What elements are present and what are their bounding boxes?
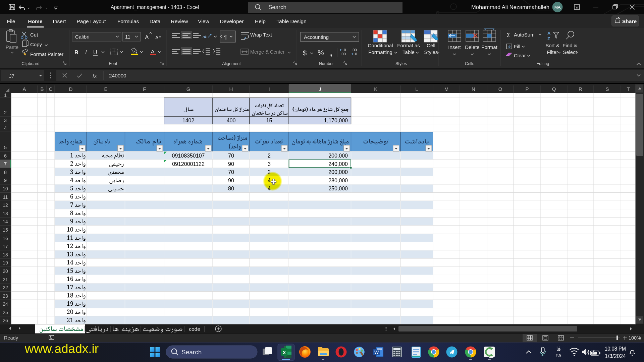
- svg-text:D: D: [69, 86, 72, 92]
- svg-text:G: G: [186, 86, 191, 92]
- svg-text:3: 3: [268, 161, 271, 167]
- svg-text:Font: Font: [109, 61, 117, 66]
- svg-text:Insert: Insert: [53, 18, 66, 24]
- svg-text:24: 24: [3, 301, 8, 307]
- svg-text:J7: J7: [9, 73, 14, 79]
- svg-text:Styles: Styles: [424, 49, 438, 55]
- svg-text:4: 4: [4, 125, 7, 131]
- svg-text:Formatting: Formatting: [368, 49, 392, 55]
- svg-text:25: 25: [3, 310, 8, 315]
- svg-text:Table: Table: [402, 49, 415, 55]
- svg-text:80: 80: [228, 186, 234, 191]
- svg-text:Calibri: Calibri: [75, 34, 90, 40]
- svg-text:15: 15: [3, 227, 8, 233]
- svg-text:Merge & Center: Merge & Center: [250, 49, 285, 55]
- svg-text:26: 26: [3, 318, 8, 323]
- svg-text:8: 8: [4, 169, 7, 175]
- svg-text:Review: Review: [171, 18, 189, 24]
- svg-text:C: C: [49, 86, 53, 92]
- svg-text:I: I: [268, 86, 270, 92]
- svg-text:MA: MA: [554, 5, 561, 10]
- svg-text:L: L: [415, 86, 418, 92]
- svg-text:fx: fx: [93, 73, 97, 79]
- svg-text:Home: Home: [28, 18, 42, 24]
- svg-text:Accounting: Accounting: [304, 34, 329, 40]
- svg-text:1,170,000: 1,170,000: [324, 118, 348, 123]
- svg-text:R: R: [579, 86, 582, 92]
- svg-text:Styles: Styles: [395, 61, 407, 66]
- svg-text:20: 20: [3, 268, 8, 274]
- svg-text:2: 2: [268, 153, 271, 159]
- svg-text:⌄: ⌄: [27, 5, 31, 10]
- svg-text:Conditional: Conditional: [368, 43, 393, 48]
- svg-text:A: A: [145, 34, 149, 41]
- svg-text:Developer: Developer: [220, 18, 244, 24]
- svg-text:T: T: [627, 86, 630, 92]
- svg-text:%: %: [318, 49, 324, 56]
- svg-text:E: E: [104, 86, 107, 92]
- svg-text:5: 5: [4, 144, 7, 150]
- svg-text:A: A: [547, 31, 551, 36]
- svg-text:code: code: [189, 326, 200, 332]
- svg-text:A: A: [22, 86, 26, 92]
- svg-text:Clear: Clear: [514, 53, 526, 58]
- svg-text:Q: Q: [552, 86, 556, 92]
- svg-text:Table Design: Table Design: [276, 18, 307, 24]
- svg-text:12: 12: [3, 202, 8, 208]
- svg-text:ab: ab: [203, 34, 207, 39]
- svg-text:File: File: [7, 18, 15, 24]
- svg-text:Filter: Filter: [547, 49, 558, 55]
- svg-text:Formulas: Formulas: [117, 18, 139, 24]
- svg-text:Insert: Insert: [448, 44, 461, 50]
- svg-text:18: 18: [3, 252, 8, 257]
- svg-text:A: A: [155, 35, 159, 40]
- svg-text:3: 3: [4, 117, 7, 123]
- svg-text:A: A: [151, 49, 155, 54]
- svg-text:Mohammad Ali Nezammahalleh: Mohammad Ali Nezammahalleh: [471, 4, 549, 10]
- svg-text:M: M: [444, 86, 449, 92]
- svg-text:70: 70: [228, 153, 234, 159]
- svg-text:11: 11: [3, 194, 8, 200]
- svg-text:09108350107: 09108350107: [172, 153, 205, 159]
- svg-text:Delete: Delete: [465, 44, 479, 50]
- svg-text:F: F: [143, 86, 146, 92]
- svg-text:H: H: [229, 86, 233, 92]
- svg-text:N: N: [472, 86, 475, 92]
- svg-text:Number: Number: [319, 61, 334, 66]
- svg-text:.00: .00: [340, 52, 346, 56]
- svg-text:13: 13: [3, 211, 8, 216]
- svg-text:B: B: [74, 50, 78, 55]
- svg-text:.0: .0: [354, 52, 357, 56]
- svg-text:400: 400: [227, 118, 236, 123]
- svg-text:280,000: 280,000: [328, 178, 348, 183]
- svg-text:250,000: 250,000: [328, 186, 348, 191]
- svg-text:21: 21: [3, 277, 8, 282]
- svg-text:Select: Select: [563, 49, 577, 55]
- svg-text:90: 90: [228, 178, 234, 183]
- svg-text:www.adadx.ir: www.adadx.ir: [24, 342, 99, 356]
- svg-text:Help: Help: [255, 18, 266, 24]
- svg-text:Format Painter: Format Painter: [30, 51, 63, 57]
- svg-text:15: 15: [266, 118, 272, 123]
- svg-text:.00: .00: [352, 48, 357, 52]
- svg-text:200,000: 200,000: [328, 169, 348, 175]
- svg-text:⌄: ⌄: [45, 5, 48, 10]
- svg-text:200,000: 200,000: [328, 153, 348, 159]
- svg-text:22: 22: [3, 285, 8, 290]
- svg-text:240,000: 240,000: [328, 161, 348, 167]
- svg-text:Copy: Copy: [30, 42, 42, 47]
- svg-text:B: B: [40, 86, 44, 92]
- svg-text:U: U: [93, 50, 97, 55]
- svg-text:Apartment_management - 1403: Apartment_management - 1403 - Excel: [111, 4, 199, 10]
- svg-text:Sort &: Sort &: [545, 43, 559, 48]
- svg-text:10:08 PM: 10:08 PM: [605, 346, 626, 352]
- svg-text:2: 2: [4, 110, 7, 115]
- svg-text:O: O: [498, 86, 502, 92]
- svg-text:FA: FA: [555, 353, 561, 358]
- svg-text:Wrap Text: Wrap Text: [250, 32, 272, 38]
- svg-text:100%: 100%: [629, 335, 641, 341]
- svg-text:09120001122: 09120001122: [172, 161, 205, 167]
- svg-text:Find &: Find &: [562, 43, 577, 48]
- svg-text:Σ: Σ: [506, 32, 510, 39]
- svg-text:17: 17: [3, 244, 8, 249]
